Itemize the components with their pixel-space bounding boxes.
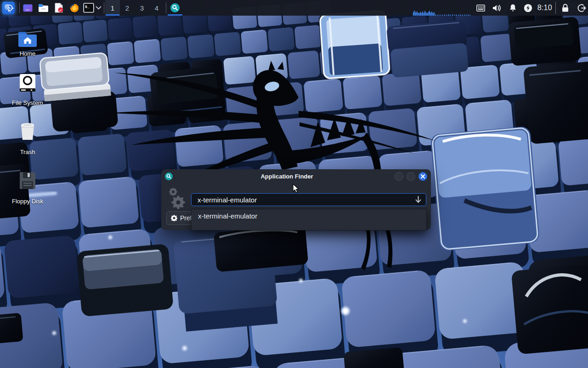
svg-text:$_: $_ bbox=[85, 5, 90, 9]
